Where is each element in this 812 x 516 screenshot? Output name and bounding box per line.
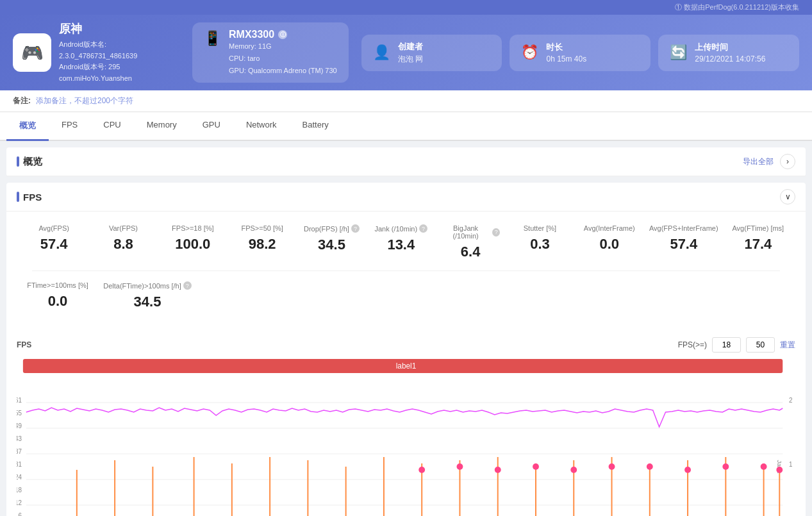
fps-actions: ∨ [780,189,795,204]
chevron-down-icon: ∨ [785,192,791,201]
fps-chart-header: FPS FPS(>=) 重置 [17,337,795,353]
stat-var-fps: Var(FPS) 8.8 [88,222,158,255]
stat-fps-50: FPS>=50 [%] 98.2 [228,222,297,255]
svg-text:6: 6 [18,512,22,516]
stat-delta-ftime: Delta(FTime)>100ms [/h] ? 34.5 [96,279,199,313]
upload-label: 上传时间 [695,42,765,53]
content: 概览 导出全部 › FPS ∨ Avg(FPS) 57.4 [0,147,812,516]
overview-header: 概览 导出全部 › [6,147,806,176]
creator-block: 👤 创建者 泡泡 网 [361,35,502,71]
device-meta: Memory: 11G CPU: taro GPU: Qualcomm Adre… [229,40,337,76]
duration-value: 0h 15m 40s [546,54,586,63]
svg-point-47 [570,467,577,473]
stats-divider [32,270,780,271]
fps-chart-svg: label1 0 6 12 18 24 31 37 43 49 55 61 0 … [17,358,795,516]
app-meta: Android版本名: 2.3.0_4786731_4861639 Androi… [59,39,137,84]
tab-network[interactable]: Network [233,112,290,141]
creator-value: 泡泡 网 [398,54,423,65]
stat-ftime-100: FTime>=100ms [%] 0.0 [19,279,96,312]
overview-title: 概览 [17,156,42,168]
duration-icon: ⏰ [521,44,538,61]
svg-text:1: 1 [789,461,793,468]
stat-fps-18: FPS>=18 [%] 100.0 [158,222,228,255]
svg-point-46 [533,463,539,470]
fps-stats-grid: Avg(FPS) 57.4 Var(FPS) 8.8 FPS>=18 [%] 1… [6,212,806,331]
svg-point-49 [647,463,653,470]
svg-point-45 [495,467,501,473]
svg-text:2: 2 [789,397,793,404]
svg-text:31: 31 [17,461,22,468]
svg-text:label1: label1 [396,362,417,370]
stat-bigjank: BigJank (/10min) ? 6.4 [436,222,505,263]
svg-point-43 [418,467,425,473]
device-info-icon[interactable]: ⓘ [278,30,287,39]
fps-chart: label1 0 6 12 18 24 31 37 43 49 55 61 0 … [17,358,795,516]
fps-threshold-2[interactable] [746,337,775,353]
device-icon: 📱 [204,30,221,47]
svg-text:12: 12 [17,499,22,506]
chevron-right-icon: › [786,157,789,166]
svg-text:55: 55 [17,410,22,417]
notes-bar: 备注: 添加备注，不超过200个字符 [0,90,812,112]
upload-block: 🔄 上传时间 29/12/2021 14:07:56 [658,35,799,71]
fps-chart-container: FPS FPS(>=) 重置 label1 0 6 12 18 [6,331,806,516]
fps-header: FPS ∨ [6,183,806,212]
export-all-button[interactable]: 导出全部 [743,156,774,167]
delta-ftime-help[interactable]: ? [183,281,192,290]
tab-battery[interactable]: Battery [290,112,342,141]
svg-point-48 [609,463,615,470]
tab-fps[interactable]: FPS [49,112,90,141]
fps-chart-label: FPS [17,340,31,349]
device-info-block: 📱 RMX3300 ⓘ Memory: 11G CPU: taro GPU: Q… [192,22,349,83]
fps-controls: FPS(>=) 重置 [678,337,795,353]
duration-block: ⏰ 时长 0h 15m 40s [510,35,650,71]
stat-jank: Jank (/10min) ? 13.4 [367,222,436,256]
bigjank-help[interactable]: ? [492,228,500,237]
fps-reset-button[interactable]: 重置 [780,340,795,351]
header: 🎮 原神 Android版本名: 2.3.0_4786731_4861639 A… [0,15,812,90]
jank-help[interactable]: ? [419,224,427,233]
fps-stats-row1: Avg(FPS) 57.4 Var(FPS) 8.8 FPS>=18 [%] 1… [19,222,793,263]
svg-point-50 [684,467,691,473]
fps-control-label: FPS(>=) [678,340,707,349]
svg-point-52 [761,463,767,470]
upload-icon: 🔄 [670,44,687,61]
overview-collapse-button[interactable]: › [780,154,795,169]
notes-add[interactable]: 添加备注，不超过200个字符 [36,96,133,106]
stat-stutter: Stutter [%] 0.3 [505,222,574,255]
tab-cpu[interactable]: CPU [90,112,133,141]
svg-point-53 [776,467,783,473]
header-info-blocks: 👤 创建者 泡泡 网 ⏰ 时长 0h 15m 40s 🔄 上传时间 29/12/… [361,35,799,71]
upload-value: 29/12/2021 14:07:56 [695,54,765,63]
tab-gpu[interactable]: GPU [190,112,233,141]
top-notice: ① 数据由PerfDog(6.0.211212)版本收集 [0,0,812,15]
fps-collapse-button[interactable]: ∨ [780,189,795,204]
device-name: RMX3300 ⓘ [229,29,337,40]
app-info: 🎮 原神 Android版本名: 2.3.0_4786731_4861639 A… [13,21,179,84]
drop-fps-help[interactable]: ? [351,224,360,233]
svg-text:61: 61 [17,397,22,404]
svg-point-51 [722,463,729,470]
app-details: 原神 Android版本名: 2.3.0_4786731_4861639 And… [59,21,137,84]
creator-icon: 👤 [373,44,390,61]
tab-memory[interactable]: Memory [134,112,190,141]
stat-avg-fps: Avg(FPS) 57.4 [19,222,88,255]
svg-text:24: 24 [17,474,22,481]
svg-text:18: 18 [17,487,22,494]
nav-tabs: 概览 FPS CPU Memory GPU Network Battery [0,112,812,141]
notes-label: 备注: [13,96,31,106]
duration-label: 时长 [546,42,586,53]
overview-actions: 导出全部 › [743,154,795,169]
svg-point-44 [457,463,463,470]
overview-section: 概览 导出全部 › [6,147,806,176]
fps-section: FPS ∨ Avg(FPS) 57.4 Var(FPS) 8.8 FPS>=18 [6,183,806,516]
fps-threshold-1[interactable] [712,337,741,353]
stat-fps-interframe: Avg(FPS+InterFrame) 57.4 [644,222,724,255]
creator-label: 创建者 [398,41,423,53]
app-icon: 🎮 [13,33,51,72]
stat-avg-ftime: Avg(FTime) [ms] 17.4 [724,222,793,255]
app-name: 原神 [59,21,137,37]
svg-text:49: 49 [17,422,22,429]
fps-stats-row2: FTime>=100ms [%] 0.0 Delta(FTime)>100ms … [19,279,793,313]
tab-overview[interactable]: 概览 [6,112,49,141]
